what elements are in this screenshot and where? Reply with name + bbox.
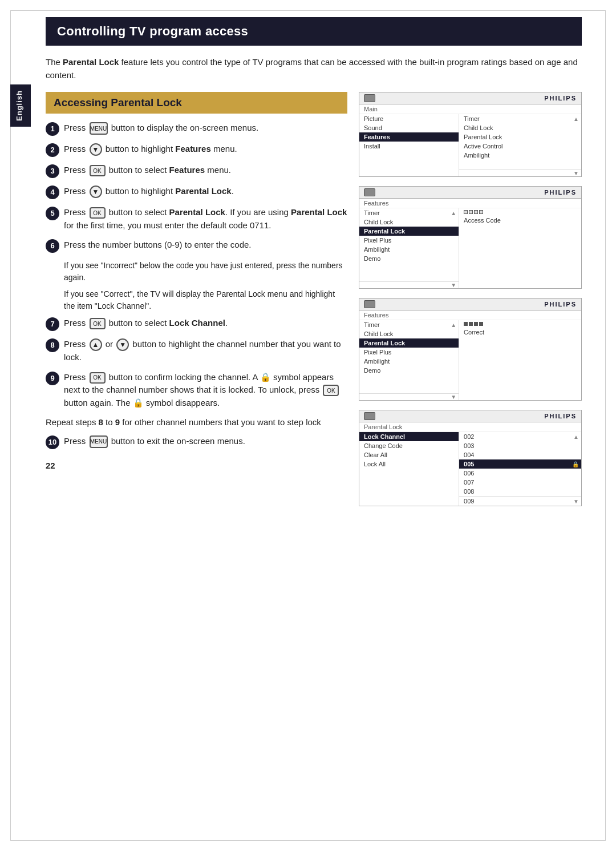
intro-paragraph: The Parental Lock feature lets you contr… — [46, 56, 582, 82]
main-content: Controlling TV program access The Parent… — [46, 17, 582, 506]
screen3-item-pixelplus: Pixel Plus — [359, 348, 459, 357]
step-4: 4 Press ▼ button to highlight Parental L… — [46, 185, 347, 199]
dot4 — [479, 210, 483, 214]
step-number-5: 5 — [46, 207, 59, 220]
step-6-info1: If you see "Incorrect" below the code yo… — [64, 260, 347, 284]
two-column-layout: Accessing Parental Lock 1 Press MENU but… — [46, 92, 582, 506]
tv-icon-4 — [364, 412, 375, 420]
screen3-scroll-down: ▼ — [451, 394, 459, 400]
screen3-r-correct: Correct — [459, 328, 581, 337]
step-9-text: Press OK button to confirm locking the c… — [64, 371, 347, 410]
step-1: 1 Press MENU button to display the on-sc… — [46, 122, 347, 136]
screen1-menu-body: Picture Sound Features Install Timer ▲ C… — [359, 114, 581, 176]
screen2-scroll-up: ▲ — [451, 210, 459, 216]
step-8-text: Press ▲ or ▼ button to highlight the cha… — [64, 338, 347, 364]
screen2-item-pixelplus: Pixel Plus — [359, 236, 459, 245]
tv-screen-2: PHILIPS Features Timer ▲ Child Lock Pare… — [359, 186, 582, 289]
philips-logo-1: PHILIPS — [544, 95, 577, 102]
dot3 — [474, 210, 478, 214]
screen4-item-changecode: Change Code — [359, 441, 459, 450]
tv-screen-4-header: PHILIPS — [359, 410, 581, 422]
screen1-item-empty2 — [359, 160, 459, 169]
step-7-text: Press OK button to select Lock Channel. — [64, 317, 347, 330]
ok-button-icon-5: OK — [323, 385, 339, 396]
ok-button-icon: OK — [90, 165, 106, 176]
screen2-dots-row — [459, 208, 581, 216]
screen1-item-features: Features — [359, 132, 459, 142]
section-heading: Accessing Parental Lock — [46, 92, 347, 114]
step-3-text: Press OK button to select Features menu. — [64, 164, 347, 177]
screen4-scroll-up: ▲ — [573, 434, 581, 440]
screen2-right-col: Access Code — [459, 208, 581, 288]
step-6-info2: If you see "Correct", the TV will displa… — [64, 288, 347, 312]
screen2-item-empty1 — [359, 263, 459, 272]
screen4-item-empty1 — [359, 469, 459, 478]
tv-icon-3 — [364, 300, 375, 308]
screen4-menu-body: Lock Channel Change Code Clear All Lock … — [359, 432, 581, 506]
screen1-r-timer: Timer — [459, 114, 484, 123]
screen2-item-parentallock: Parental Lock — [359, 227, 459, 236]
step-3: 3 Press OK button to select Features men… — [46, 164, 347, 178]
step-number-6: 6 — [46, 239, 59, 253]
screen1-left-col: Picture Sound Features Install — [359, 114, 459, 176]
screen4-item-clearall: Clear All — [359, 450, 459, 459]
screen2-r-accesscode: Access Code — [459, 216, 581, 225]
screen3-item-demo: Demo — [359, 366, 459, 375]
screen2-left-col: Timer ▲ Child Lock Parental Lock Pixel P… — [359, 208, 459, 288]
ok-button-icon-2: OK — [90, 207, 106, 219]
language-tab: English — [10, 84, 31, 127]
step-number-7: 7 — [46, 317, 59, 331]
philips-logo-2: PHILIPS — [544, 189, 577, 196]
screen3-item-empty1 — [359, 375, 459, 384]
screen1-right-col: Timer ▲ Child Lock Parental Lock Active … — [459, 114, 581, 176]
screen2-item-empty2 — [359, 272, 459, 281]
screen4-ch007: 007 — [459, 478, 581, 487]
screen4-item-empty2 — [359, 478, 459, 487]
dot1 — [464, 210, 468, 214]
right-column: PHILIPS Main Picture Sound Features Inst… — [359, 92, 582, 506]
screen4-ch009: 009 — [459, 497, 479, 506]
screen3-item-ambilight: Ambilight — [359, 357, 459, 366]
screen1-r-empty — [459, 160, 581, 169]
dot3-filled — [474, 322, 478, 326]
screen2-item-demo: Demo — [359, 254, 459, 263]
dot1-filled — [464, 322, 468, 326]
screen1-r-ambilight: Ambilight — [459, 151, 581, 160]
screen4-item-empty3 — [359, 487, 459, 496]
step-number-1: 1 — [46, 122, 59, 136]
step-4-text: Press ▼ button to highlight Parental Loc… — [64, 185, 347, 198]
screen1-r-parentallock: Parental Lock — [459, 132, 581, 142]
screen4-ch005-highlighted: 005 — [459, 459, 479, 469]
menu-button-icon: MENU — [90, 122, 108, 135]
screen3-dots-row — [459, 320, 581, 328]
step-number-2: 2 — [46, 143, 59, 157]
dot2 — [469, 210, 473, 214]
page-number: 22 — [46, 461, 347, 470]
tv-icon-2 — [364, 188, 375, 196]
screen3-item-parentallock: Parental Lock — [359, 338, 459, 348]
tv-screen-2-header: PHILIPS — [359, 187, 581, 199]
arrow-down-icon-3: ▼ — [116, 338, 129, 351]
screen2-scroll-down: ▼ — [451, 282, 459, 288]
step-1-text: Press MENU button to display the on-scre… — [64, 122, 347, 135]
screen3-menu-body: Timer ▲ Child Lock Parental Lock Pixel P… — [359, 320, 581, 400]
screen3-right-col: Correct — [459, 320, 581, 400]
page-title: Controlling TV program access — [46, 17, 582, 46]
ok-button-icon-3: OK — [90, 318, 106, 329]
screen2-item-childlock: Child Lock — [359, 217, 459, 227]
step-10-text: Press MENU button to exit the on-screen … — [64, 435, 347, 448]
step-6: 6 Press the number buttons (0-9) to ente… — [46, 239, 347, 253]
screen1-breadcrumb: Main — [359, 104, 581, 114]
screen4-ch004: 004 — [459, 450, 581, 459]
screen4-ch002: 002 — [459, 432, 479, 441]
screen3-item-empty2 — [359, 384, 459, 393]
screen4-breadcrumb: Parental Lock — [359, 422, 581, 432]
step-9: 9 Press OK button to confirm locking the… — [46, 371, 347, 410]
philips-logo-3: PHILIPS — [544, 301, 577, 308]
screen2-item-timer: Timer — [359, 208, 384, 217]
screen1-item-empty1 — [359, 151, 459, 160]
arrow-down-icon: ▼ — [90, 143, 102, 156]
screen3-item-timer: Timer — [359, 320, 384, 329]
dot2-filled — [469, 322, 473, 326]
screen3-item-childlock: Child Lock — [359, 329, 459, 338]
